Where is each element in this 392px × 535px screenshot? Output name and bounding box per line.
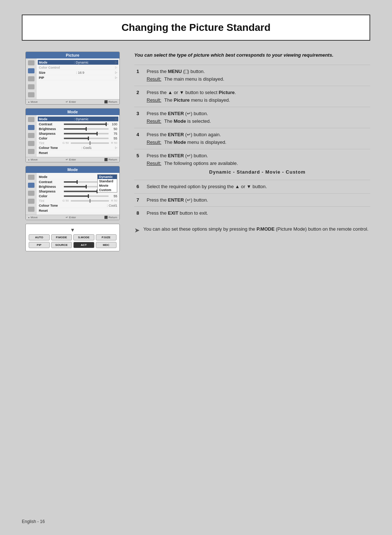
screen3-footer-return: ⬛ Return bbox=[104, 216, 117, 219]
step-num-3: 3 bbox=[134, 107, 144, 128]
step-row-7: 7 Press the ENTER (↵) button. bbox=[134, 193, 370, 207]
screen3-reset-label: Reset bbox=[39, 209, 48, 212]
screen2-sidebar-icon-2 bbox=[28, 125, 34, 130]
remote-btn-smode[interactable]: S.MODE bbox=[73, 234, 94, 240]
remote-buttons-row1: AUTO P.MODE S.MODE P.SIZE bbox=[29, 234, 117, 240]
screen1-content: Mode : Dynamic ▷ Color Control ▷ Size : … bbox=[37, 58, 119, 99]
screen2-mode-arrow: ▷ bbox=[115, 117, 117, 121]
screen2-colourtone-val: : Cool1 bbox=[81, 146, 92, 150]
step-num-6: 6 bbox=[134, 180, 144, 194]
screen3-sidebar-icon-5 bbox=[28, 207, 34, 212]
dynamic-options: Dynamic - Standard - Movie - Custom bbox=[147, 167, 368, 177]
remote-btn-psize[interactable]: P.SIZE bbox=[96, 234, 117, 240]
screen3-mode-row: Mode Dynamic Standard Movie Custom bbox=[39, 174, 117, 179]
screen2-color-fill bbox=[64, 138, 89, 139]
screen2-sidebar-icon-5 bbox=[28, 149, 34, 154]
screen2-sharpness-val: 75 bbox=[110, 132, 117, 135]
remote-btn-auto[interactable]: AUTO bbox=[29, 234, 50, 240]
screen1-sidebar bbox=[26, 58, 37, 99]
screen2-footer-enter: ↵ Enter bbox=[66, 158, 76, 161]
screen3-colourtone-row: Colour Tone : Cool1 bbox=[39, 203, 117, 208]
step5-result-text: The following options are available. bbox=[164, 160, 238, 167]
screen1-mode-row: Mode : Dynamic ▷ bbox=[38, 60, 118, 65]
screen3-contrast-label: Contrast bbox=[39, 180, 62, 184]
screen2-color-val: 55 bbox=[110, 137, 117, 140]
remote-btn-source[interactable]: SOURCE bbox=[51, 242, 72, 248]
screen3-tint-label: Tint bbox=[39, 199, 62, 203]
step4-result-label: Result: bbox=[147, 139, 161, 146]
screen2-brightness-bar bbox=[64, 128, 109, 130]
screen2-colourtone-arrow: ▷ bbox=[115, 146, 117, 149]
step-row-4: 4 Press the ENTER (↵) button again. Resu… bbox=[134, 128, 370, 149]
step3-result-row: Result: The Mode is selected. bbox=[147, 118, 368, 125]
step-num-8: 8 bbox=[134, 207, 144, 220]
note-box: ➤ You can also set these options simply … bbox=[134, 226, 370, 234]
step-content-6: Select the required option by pressing t… bbox=[144, 180, 370, 194]
note-arrow-icon: ➤ bbox=[134, 226, 140, 234]
step-content-4: Press the ENTER (↵) button again. Result… bbox=[144, 128, 370, 149]
step5-enter-bold: ENTER bbox=[168, 153, 184, 158]
screen1-mode-label: Mode bbox=[39, 61, 48, 64]
screen3-header: Mode bbox=[26, 166, 119, 173]
screen1-footer-return: ⬛ Return bbox=[104, 100, 117, 104]
step4-mode-bold: Mode bbox=[173, 139, 186, 145]
remote-nav: ▼ bbox=[29, 227, 117, 233]
step-content-8: Press the EXIT button to exit. bbox=[144, 207, 370, 220]
screen3-reset-row: Reset bbox=[39, 208, 117, 213]
step-row-3: 3 Press the ENTER (↵) button. Result: Th… bbox=[134, 107, 370, 128]
screen1-colorcontrol-arrow: ▷ bbox=[115, 66, 117, 69]
screen2-contrast-label: Contrast bbox=[39, 122, 62, 126]
screen3-body: Mode Dynamic Standard Movie Custom Contr… bbox=[26, 173, 119, 215]
footer-text: English - 16 bbox=[22, 519, 45, 524]
screen1-mode-arrow: ▷ bbox=[115, 61, 117, 64]
remote-btn-mdc[interactable]: MDC bbox=[96, 242, 117, 248]
screen1-mode-value: : Dynamic bbox=[74, 61, 89, 64]
step5-result-label: Result: bbox=[147, 160, 161, 167]
step-row-2: 2 Press the ▲ or ▼ button to select Pict… bbox=[134, 86, 370, 107]
screen3-tint-mark bbox=[89, 199, 90, 203]
screen2-content: Mode : Dynamic ▷ Contrast 100 B bbox=[37, 115, 119, 157]
sidebar-icon-3 bbox=[28, 76, 34, 81]
screen2-mode-label: Mode bbox=[39, 117, 48, 121]
step-num-5: 5 bbox=[134, 149, 144, 180]
screen2-tint-mark bbox=[89, 141, 90, 145]
screen-mockup-3: Mode Mode Dynamic bbox=[25, 166, 120, 220]
step-row-5: 5 Press the ENTER (↵) button. Result: Th… bbox=[134, 149, 370, 180]
step3-enter-bold: ENTER bbox=[168, 111, 184, 116]
screen3-color-fill bbox=[64, 195, 89, 197]
screen3-footer-move: ⬥ Move bbox=[28, 216, 38, 219]
screen3-tint-r: R 50 bbox=[111, 199, 117, 202]
screen3-color-label: Color bbox=[39, 194, 62, 198]
screen2-contrast-fill bbox=[64, 123, 106, 125]
screen3-tint-g: G 50 bbox=[62, 199, 69, 202]
screen2-mode-row: Mode : Dynamic ▷ bbox=[38, 117, 118, 122]
step4-result-row: Result: The Mode menu is displayed. bbox=[147, 139, 368, 146]
screen2-colourtone-label: Colour Tone bbox=[39, 146, 58, 150]
screen2-footer-move: ⬥ Move bbox=[28, 158, 38, 161]
screen2-brightness-val: 50 bbox=[110, 127, 117, 131]
dropdown-dynamic: Dynamic bbox=[98, 175, 117, 179]
screen3-color-bar bbox=[64, 195, 109, 197]
screen2-contrast-bar bbox=[64, 123, 109, 125]
step1-menu-bold: MENU bbox=[168, 69, 182, 74]
screen2-body: Mode : Dynamic ▷ Contrast 100 B bbox=[26, 115, 119, 157]
remote-btn-pmode[interactable]: P.MODE bbox=[51, 234, 72, 240]
left-column: Picture Mode : Dynamic ▷ bbox=[22, 52, 123, 251]
screen2-sidebar-icon-3 bbox=[28, 133, 34, 138]
screen2-color-label: Color bbox=[39, 137, 62, 140]
screen1-colorcontrol-row: Color Control ▷ bbox=[39, 65, 117, 70]
screen2-tint-r: R 50 bbox=[111, 141, 117, 145]
step-row-8: 8 Press the EXIT button to exit. bbox=[134, 207, 370, 220]
screen3-color-row: Color 55 bbox=[39, 194, 117, 198]
remote-btn-pip[interactable]: PIP bbox=[29, 242, 50, 248]
screen1-footer-enter: ↵ Enter bbox=[66, 100, 76, 104]
note-text: You can also set these options simply by… bbox=[143, 226, 368, 233]
screen3-content: Mode Dynamic Standard Movie Custom Contr… bbox=[37, 173, 119, 215]
remote-btn-act[interactable]: ACT bbox=[73, 242, 94, 248]
screen3-sidebar-icon-2 bbox=[28, 183, 34, 188]
main-content: Picture Mode : Dynamic ▷ bbox=[22, 52, 370, 251]
screen2-reset-row: Reset bbox=[39, 150, 117, 155]
screen1-header: Picture bbox=[26, 52, 119, 58]
screen1-pip-row: PIP ▷ bbox=[39, 75, 117, 80]
screen1-body: Mode : Dynamic ▷ Color Control ▷ Size : … bbox=[26, 58, 119, 99]
